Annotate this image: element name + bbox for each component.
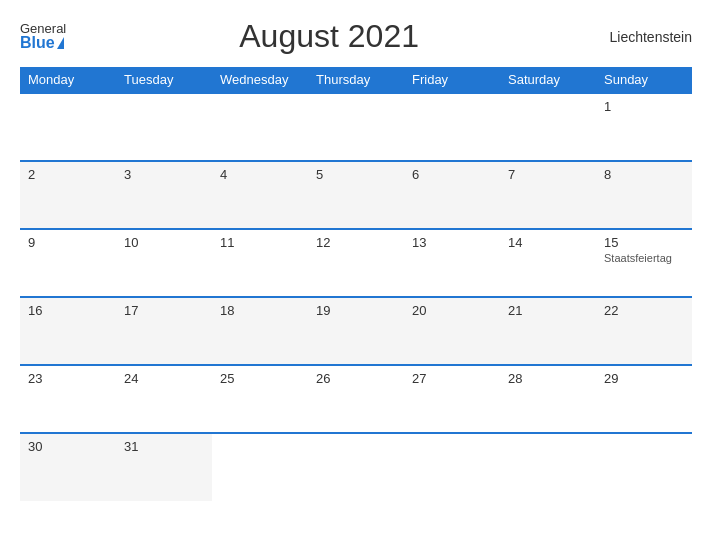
weekday-header-thursday: Thursday	[308, 67, 404, 93]
weekday-header-sunday: Sunday	[596, 67, 692, 93]
calendar-cell: 29	[596, 365, 692, 433]
day-number: 30	[28, 439, 108, 454]
calendar-cell: 17	[116, 297, 212, 365]
calendar-cell: 8	[596, 161, 692, 229]
day-number: 7	[508, 167, 588, 182]
calendar-cell: 10	[116, 229, 212, 297]
calendar-cell	[500, 93, 596, 161]
logo-blue-text: Blue	[20, 35, 55, 51]
day-number: 31	[124, 439, 204, 454]
day-number: 5	[316, 167, 396, 182]
day-number: 8	[604, 167, 684, 182]
calendar-cell: 27	[404, 365, 500, 433]
calendar-cell: 26	[308, 365, 404, 433]
day-number: 9	[28, 235, 108, 250]
calendar-cell: 12	[308, 229, 404, 297]
day-number: 11	[220, 235, 300, 250]
calendar-header: General Blue August 2021 Liechtenstein	[20, 18, 692, 55]
day-number: 10	[124, 235, 204, 250]
calendar-cell	[404, 433, 500, 501]
week-row-2: 2345678	[20, 161, 692, 229]
day-number: 13	[412, 235, 492, 250]
weekday-header-tuesday: Tuesday	[116, 67, 212, 93]
calendar-cell	[116, 93, 212, 161]
day-number: 17	[124, 303, 204, 318]
weekday-header-monday: Monday	[20, 67, 116, 93]
calendar-country: Liechtenstein	[592, 29, 692, 45]
calendar-cell: 7	[500, 161, 596, 229]
day-number: 21	[508, 303, 588, 318]
week-row-4: 16171819202122	[20, 297, 692, 365]
calendar-cell: 3	[116, 161, 212, 229]
calendar-cell: 11	[212, 229, 308, 297]
day-number: 19	[316, 303, 396, 318]
day-number: 16	[28, 303, 108, 318]
calendar-cell: 1	[596, 93, 692, 161]
day-number: 15	[604, 235, 684, 250]
logo: General Blue	[20, 22, 66, 51]
calendar-cell: 30	[20, 433, 116, 501]
calendar-cell	[20, 93, 116, 161]
weekday-header-wednesday: Wednesday	[212, 67, 308, 93]
weekday-header-row: MondayTuesdayWednesdayThursdayFridaySatu…	[20, 67, 692, 93]
day-number: 23	[28, 371, 108, 386]
calendar-cell: 6	[404, 161, 500, 229]
day-number: 28	[508, 371, 588, 386]
day-number: 12	[316, 235, 396, 250]
day-number: 29	[604, 371, 684, 386]
calendar-cell: 15Staatsfeiertag	[596, 229, 692, 297]
weekday-header-saturday: Saturday	[500, 67, 596, 93]
calendar-cell	[596, 433, 692, 501]
calendar-cell: 2	[20, 161, 116, 229]
calendar-cell: 28	[500, 365, 596, 433]
calendar-cell: 13	[404, 229, 500, 297]
calendar-cell: 23	[20, 365, 116, 433]
calendar-cell	[308, 93, 404, 161]
calendar-cell: 14	[500, 229, 596, 297]
day-number: 25	[220, 371, 300, 386]
calendar-cell	[212, 433, 308, 501]
calendar-cell	[500, 433, 596, 501]
day-number: 27	[412, 371, 492, 386]
day-number: 1	[604, 99, 684, 114]
day-number: 24	[124, 371, 204, 386]
day-number: 3	[124, 167, 204, 182]
logo-triangle-icon	[57, 37, 64, 49]
weekday-header-friday: Friday	[404, 67, 500, 93]
calendar-cell: 22	[596, 297, 692, 365]
calendar-cell: 18	[212, 297, 308, 365]
calendar-cell: 21	[500, 297, 596, 365]
calendar-cell	[404, 93, 500, 161]
calendar-cell: 4	[212, 161, 308, 229]
week-row-6: 3031	[20, 433, 692, 501]
day-number: 2	[28, 167, 108, 182]
day-number: 22	[604, 303, 684, 318]
calendar-title: August 2021	[66, 18, 592, 55]
calendar-cell: 16	[20, 297, 116, 365]
day-event: Staatsfeiertag	[604, 252, 684, 264]
calendar-cell: 9	[20, 229, 116, 297]
calendar-cell: 19	[308, 297, 404, 365]
week-row-5: 23242526272829	[20, 365, 692, 433]
calendar-cell: 20	[404, 297, 500, 365]
calendar-cell	[212, 93, 308, 161]
day-number: 18	[220, 303, 300, 318]
calendar-container: General Blue August 2021 Liechtenstein M…	[0, 0, 712, 550]
calendar-table: MondayTuesdayWednesdayThursdayFridaySatu…	[20, 67, 692, 501]
calendar-cell	[308, 433, 404, 501]
day-number: 14	[508, 235, 588, 250]
week-row-1: 1	[20, 93, 692, 161]
week-row-3: 9101112131415Staatsfeiertag	[20, 229, 692, 297]
day-number: 20	[412, 303, 492, 318]
calendar-cell: 5	[308, 161, 404, 229]
day-number: 26	[316, 371, 396, 386]
calendar-cell: 25	[212, 365, 308, 433]
day-number: 4	[220, 167, 300, 182]
calendar-cell: 24	[116, 365, 212, 433]
day-number: 6	[412, 167, 492, 182]
calendar-cell: 31	[116, 433, 212, 501]
